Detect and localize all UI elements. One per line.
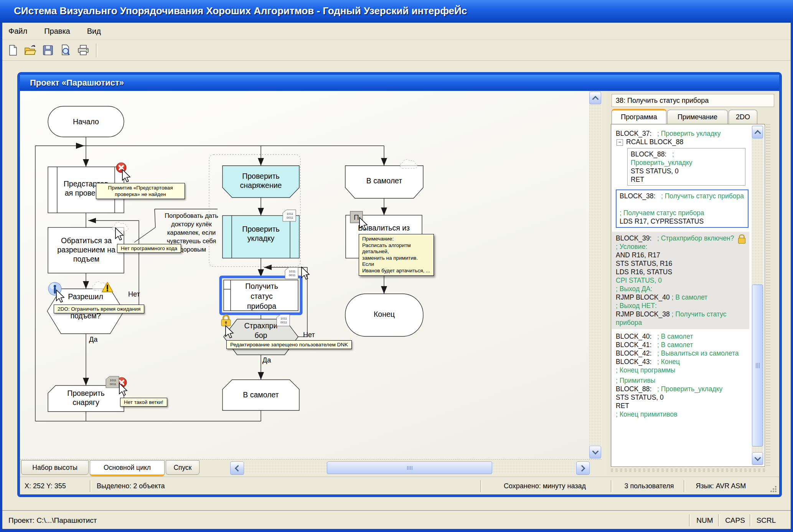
sheet-tab-main[interactable]: Основной цикл xyxy=(90,460,165,476)
panel-resize-gutter[interactable] xyxy=(611,468,765,472)
code-line: STS STATUS, 0 xyxy=(631,167,742,175)
code-page-icon[interactable]: 1011 0011 xyxy=(284,267,299,281)
svg-text:0011: 0011 xyxy=(280,321,287,324)
tab-note[interactable]: Примечание xyxy=(667,110,728,124)
chevron-up-icon xyxy=(754,130,761,136)
status-project-path: Проект: C:\...\Парашютист xyxy=(8,511,97,529)
mouse-cursor-icon xyxy=(122,169,132,184)
menu-view[interactable]: Вид xyxy=(79,25,109,38)
code-line: BLOCK_43: ; Конец xyxy=(616,357,749,366)
canvas-vscrollbar[interactable] xyxy=(589,91,602,459)
diagram-canvas[interactable]: Начало Предстартов ая проверка Обратитьс… xyxy=(20,91,589,459)
sheet-tab-climb[interactable]: Набор высоты xyxy=(21,460,89,475)
code-line: CPI STATUS, 0 xyxy=(616,276,746,285)
cloud-icon xyxy=(399,158,418,171)
project-titlebar[interactable]: Проект «Парашютист» xyxy=(20,75,779,91)
status-separator xyxy=(750,514,751,526)
code-line: STS STATUS, 0 xyxy=(616,393,749,402)
scroll-down-button[interactable] xyxy=(589,446,601,458)
label-start: Начало xyxy=(48,117,124,126)
window-border xyxy=(0,529,793,532)
code-view[interactable]: BLOCK_37: ; Проверить укладку−RCALL BLOC… xyxy=(611,124,765,467)
tab-2do[interactable]: 2DO xyxy=(729,110,757,124)
key-indicator-num: NUM xyxy=(693,511,717,529)
code-line: −RCALL BLOCK_88 xyxy=(616,138,749,146)
resize-grip[interactable] xyxy=(770,486,777,492)
panel-resize-gutter[interactable] xyxy=(766,124,770,467)
save-floppy-icon xyxy=(42,44,54,56)
label-to-plane-right: В самолет xyxy=(345,176,423,185)
canvas-hscrollbar[interactable] xyxy=(244,461,575,474)
code-section-locked[interactable]: BLOCK_39: ; Страхприбор включен?; Услови… xyxy=(611,232,749,329)
print-button[interactable] xyxy=(74,42,92,59)
thumb-grip xyxy=(756,363,760,368)
svg-text:0011: 0011 xyxy=(287,216,293,219)
key-indicator-caps: CAPS xyxy=(722,511,748,529)
code-line: BLOCK_39: ; Страхприбор включен? xyxy=(616,234,746,242)
scroll-left-button[interactable] xyxy=(230,461,244,475)
code-section-framed[interactable]: BLOCK_88: ;Проверить_укладкуSTS STATUS, … xyxy=(627,148,745,186)
tooltip-no-branch: Нет такой ветки! xyxy=(120,398,167,407)
thumb-grip xyxy=(407,466,412,470)
code-line: ; Выход НЕТ: xyxy=(616,301,746,310)
scroll-thumb[interactable] xyxy=(327,461,492,474)
menubar: Файл Правка Вид xyxy=(0,23,793,40)
sheet-tab-descent[interactable]: Спуск xyxy=(166,460,199,475)
code-content: BLOCK_37: ; Проверить укладку−RCALL BLOC… xyxy=(611,124,749,466)
label-check-gear: Проверить снаряжение xyxy=(230,171,292,190)
new-document-icon xyxy=(7,44,19,56)
mouse-cursor-icon xyxy=(301,267,311,282)
tooltip-precheck-error: Примитив «Предстартовая проверка» не най… xyxy=(96,183,185,199)
scroll-thumb[interactable] xyxy=(752,285,763,446)
code-line: BLOCK_42: ; Вывалиться из самолета xyxy=(616,349,749,357)
code-line: ; Конец программы xyxy=(616,366,749,374)
code-section-plain[interactable]: BLOCK_37: ; Проверить укладку−RCALL BLOC… xyxy=(616,129,749,146)
scroll-up-button[interactable] xyxy=(752,126,763,138)
code-line: BLOCK_41: ; В самолет xyxy=(616,341,749,349)
code-line: RJMP BLOCK_40 ; В самолет xyxy=(616,293,746,301)
toolbar xyxy=(0,40,793,61)
label-yes-1: Да xyxy=(89,336,97,344)
label-yes-2: Да xyxy=(262,356,271,364)
menu-file[interactable]: Файл xyxy=(0,25,36,38)
code-line: BLOCK_88: ; xyxy=(631,150,742,158)
new-document-button[interactable] xyxy=(4,42,21,59)
app-statusbar: Проект: C:\...\Парашютист NUM CAPS SCRL xyxy=(2,511,791,529)
status-language: Язык: AVR ASM xyxy=(688,478,753,495)
code-line: AND R16, R17 xyxy=(616,251,746,259)
tooltip-todo: 2DO: Ограничить время ожидания xyxy=(54,305,144,313)
status-separator xyxy=(611,480,612,492)
save-button[interactable] xyxy=(39,42,57,59)
scroll-up-button[interactable] xyxy=(589,92,601,104)
scroll-down-button[interactable] xyxy=(752,452,763,465)
code-line: ; Выход ДА: xyxy=(616,285,746,293)
label-get-status: Получить статус прибора xyxy=(235,281,289,311)
code-section-plain[interactable]: ; ПримитивыBLOCK_88: ; Проверить_укладку… xyxy=(616,376,749,418)
open-button[interactable] xyxy=(21,42,39,59)
project-statusbar: X: 252 Y: 355 Выделено: 2 объекта Сохран… xyxy=(20,477,779,495)
chevron-down-icon xyxy=(754,455,761,461)
open-folder-icon xyxy=(24,44,37,56)
tab-program[interactable]: Программа xyxy=(612,109,666,124)
code-page-icon: 1011 0011 xyxy=(105,376,120,390)
menu-edit[interactable]: Правка xyxy=(36,25,79,38)
code-line: LDS R16, STATUS xyxy=(616,268,746,276)
svg-text:1011: 1011 xyxy=(289,270,296,273)
code-page-icon: 1011 0011 xyxy=(282,209,297,224)
code-line: RJMP BLOCK_38 ; Получить статус прибора xyxy=(616,310,746,327)
print-preview-button[interactable] xyxy=(57,42,74,59)
code-vscrollbar[interactable] xyxy=(752,125,763,465)
collapse-toggle-icon[interactable]: − xyxy=(617,139,623,146)
svg-text:1011: 1011 xyxy=(280,317,287,320)
code-section-plain[interactable]: BLOCK_40: ; В самолетBLOCK_41: ; В самол… xyxy=(616,332,749,374)
chevron-up-icon xyxy=(592,96,598,102)
code-line: LDS R17, CYPRESSTATUS xyxy=(620,217,745,226)
label-end: Конец xyxy=(345,310,423,319)
scroll-right-button[interactable] xyxy=(576,461,590,475)
note-popup: Примечание: Расписать алгоритм детальней… xyxy=(359,234,434,276)
label-ask-permission: Обратиться за разрешением на подъем xyxy=(53,236,120,264)
app-title: СИстема Визуальнго Упорядочивания Хороши… xyxy=(0,5,467,17)
code-section-selected[interactable]: BLOCK_38: ; Получить статус прибора ; По… xyxy=(616,189,748,228)
mouse-cursor-icon xyxy=(115,227,125,243)
svg-text:П: П xyxy=(354,213,359,221)
